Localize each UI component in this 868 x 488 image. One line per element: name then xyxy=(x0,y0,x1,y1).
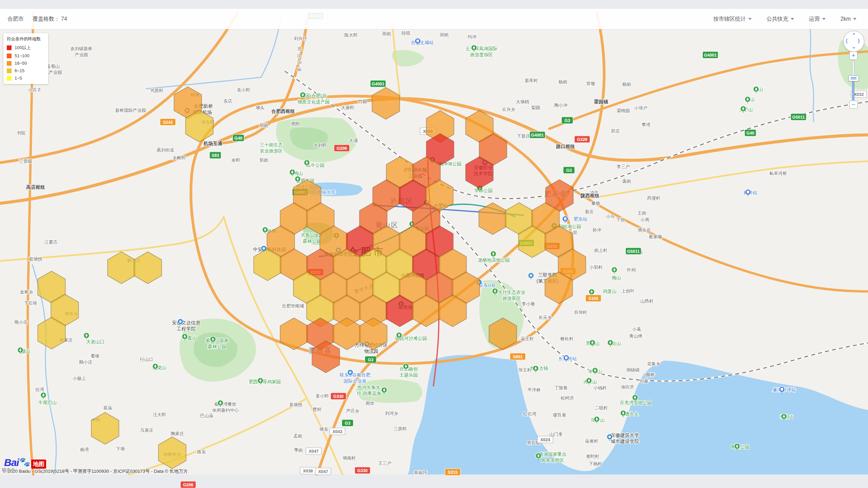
menu-grid-size[interactable]: 2km xyxy=(841,16,856,22)
map-canvas[interactable]: 陈大郢邵岗段咀胡岗均冲马厂刘兴圩炎刘镇新桥产业园寿县蜀山现代产业园新桥国际产业园… xyxy=(0,0,868,488)
map-label: 书房郢 xyxy=(150,88,163,93)
map-label: 双庙 xyxy=(103,405,112,410)
svg-text:S93: S93 xyxy=(212,153,219,158)
map-label: 行山口 xyxy=(140,357,153,362)
map-label: 庞岗 xyxy=(622,179,631,184)
map-label: 秦杨 xyxy=(591,201,600,206)
map-label: 鸡笼山 xyxy=(603,289,617,294)
map-label: 小店子 xyxy=(28,87,41,93)
map-label: 物质文化遗产园 xyxy=(298,99,330,104)
legend-swatch xyxy=(7,45,12,50)
road-badge: X038 xyxy=(300,467,316,474)
map-label: 横杜村 xyxy=(560,336,574,341)
menu-charger-type[interactable]: 公共快充 xyxy=(767,16,794,23)
map-label: 杨湾 xyxy=(80,447,89,452)
svg-text:S601: S601 xyxy=(513,354,522,359)
baidu-logo[interactable]: Bai 🐾 地图 xyxy=(4,457,46,469)
pan-down-icon[interactable]: ⌄ xyxy=(852,44,856,50)
map-label: 杨岗 xyxy=(622,82,631,87)
svg-text:X038: X038 xyxy=(303,469,313,473)
map-label: 段咀 xyxy=(401,30,410,36)
map-label: 叶祠 xyxy=(627,267,636,272)
menu-district-stats[interactable]: 按市辖区统计 xyxy=(713,16,752,23)
map-label: 后张村 xyxy=(574,310,587,315)
menu-operation[interactable]: 运营 xyxy=(809,16,826,23)
map-label: 塘南村 xyxy=(343,455,356,461)
map-label: 坊湾 xyxy=(35,387,44,392)
map-label: 森林公园 xyxy=(208,344,226,349)
map-label: 巢湖国家重点 xyxy=(539,452,567,457)
pan-left-icon[interactable]: ⟨ xyxy=(846,38,848,44)
map-label: 路东 xyxy=(197,449,206,454)
map-label: 山昂村 xyxy=(640,299,654,304)
map-label: 胡岗 xyxy=(259,123,268,128)
map-label: 众兴乡 xyxy=(502,107,515,112)
road-badge: X024 xyxy=(537,436,553,443)
map-label: 紫蓬山国家 xyxy=(205,338,229,343)
map-label: 物流园 xyxy=(364,348,378,354)
map-label: 童小郢 xyxy=(316,393,329,399)
road-badge: G3 xyxy=(561,117,573,124)
map-label: 李三户 xyxy=(617,164,630,169)
map-label: 下塘 xyxy=(116,446,125,451)
map-label: 高店枢纽 xyxy=(26,184,45,190)
map-label: 花集乡 xyxy=(647,361,660,366)
map-label: 陶家庄 xyxy=(171,431,184,436)
map-label: 梁桃园 xyxy=(617,108,630,113)
legend-item: 6~15 xyxy=(7,68,45,73)
pan-up-icon[interactable]: ⌃ xyxy=(852,32,856,38)
map-label: 丁陈鲁 xyxy=(555,385,568,390)
map-label: 肥西老母鸡家园 xyxy=(249,379,281,384)
baidu-paw-icon: 🐾 xyxy=(19,457,30,467)
map-label: 熊小庄 xyxy=(15,320,28,325)
map-label: 管墩 xyxy=(586,81,595,86)
map-label: 梅山 xyxy=(612,275,621,280)
map-label: 安徽建筑大学 xyxy=(611,432,639,438)
svg-text:G40: G40 xyxy=(746,131,754,136)
zoom-out-button[interactable]: − xyxy=(849,101,857,109)
map-label: 肥东站 xyxy=(574,217,588,222)
svg-text:X047: X047 xyxy=(318,469,328,474)
map-label: 下石埠 xyxy=(24,301,37,306)
map-label: 烔炀镇 xyxy=(627,367,640,372)
map-label: 月亮湾湿地公园 xyxy=(620,400,652,405)
svg-text:G4001: G4001 xyxy=(372,82,384,86)
legend-swatch xyxy=(7,54,12,58)
svg-text:G5011: G5011 xyxy=(627,249,640,254)
map-label: 城市建设学院 xyxy=(610,439,639,444)
legend-swatch xyxy=(7,61,12,66)
map-label: 陇西枢纽 xyxy=(580,193,599,198)
road-badge: G3 xyxy=(365,356,376,363)
pan-compass[interactable]: ⌃ ⌄ ⟨ ⟩ xyxy=(843,31,864,52)
map-label: 吴小郢 xyxy=(237,87,250,93)
map-label: 下新庄 xyxy=(517,134,530,139)
toolbar: 合肥市 覆盖格数： 74 按市辖区统计 公共快充 运营 2km xyxy=(0,9,868,29)
map-label: 风景名胜区 xyxy=(541,458,564,463)
map-label: 大老山口 xyxy=(86,339,104,344)
svg-text:X032: X032 xyxy=(854,92,864,97)
map-label: 红石湾 xyxy=(523,411,536,416)
map-label: 梁园镇 xyxy=(594,99,608,104)
legend-title: 符合条件的终端数 xyxy=(7,36,45,42)
map-label: 旅游景区 xyxy=(502,296,521,301)
svg-text:G3: G3 xyxy=(565,118,570,123)
zoom-in-button[interactable]: + xyxy=(849,52,857,60)
pan-right-icon[interactable]: ⟩ xyxy=(858,38,860,44)
svg-text:S242: S242 xyxy=(163,120,173,125)
map-label: 张王村 xyxy=(518,367,532,372)
map-label: 三觉镇 xyxy=(19,159,32,164)
svg-text:G329: G329 xyxy=(577,137,588,142)
road-badge: S601 xyxy=(510,353,526,360)
zoom-slider-handle[interactable] xyxy=(848,76,859,81)
map-label: 太树郢 xyxy=(173,155,186,160)
map-label: 旅游度假区 xyxy=(470,52,493,57)
map-label: 王三户 xyxy=(378,461,392,466)
map-label: 汪大郢 xyxy=(153,412,166,417)
map-label: 杨岗 xyxy=(558,79,567,84)
map-label: 王岗 xyxy=(637,210,646,216)
coverage-value: 74 xyxy=(61,16,67,22)
chevron-down-icon xyxy=(853,18,856,20)
map-label: 元一双凤湖国际 xyxy=(466,46,498,51)
map-label: 竹园 xyxy=(358,99,367,104)
map-label: 李小墩 xyxy=(522,301,535,306)
